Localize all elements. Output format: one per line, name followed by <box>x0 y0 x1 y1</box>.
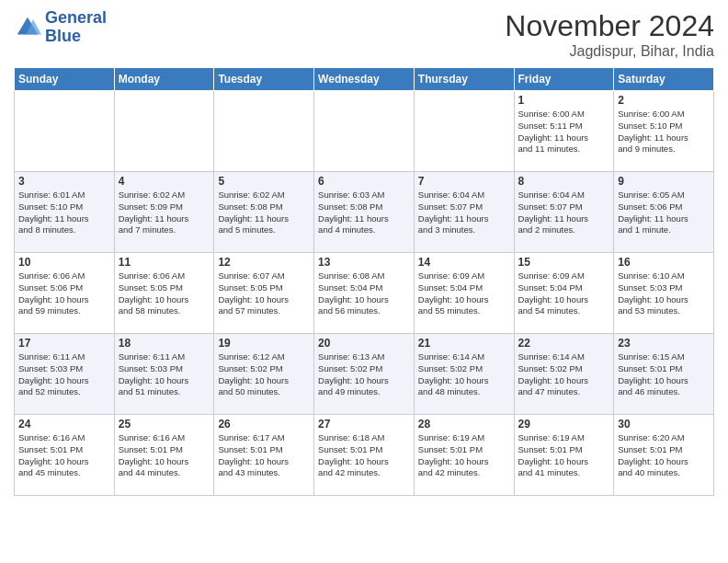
calendar-week: 17Sunrise: 6:11 AM Sunset: 5:03 PM Dayli… <box>15 334 714 415</box>
day-number: 19 <box>218 337 310 350</box>
day-info: Sunrise: 6:19 AM Sunset: 5:01 PM Dayligh… <box>418 432 510 479</box>
calendar-cell: 11Sunrise: 6:06 AM Sunset: 5:05 PM Dayli… <box>114 253 214 334</box>
day-number: 1 <box>518 94 610 107</box>
calendar-cell: 26Sunrise: 6:17 AM Sunset: 5:01 PM Dayli… <box>214 415 314 496</box>
calendar-cell: 18Sunrise: 6:11 AM Sunset: 5:03 PM Dayli… <box>114 334 214 415</box>
day-number: 30 <box>618 418 710 431</box>
day-info: Sunrise: 6:04 AM Sunset: 5:07 PM Dayligh… <box>518 190 610 236</box>
calendar-cell: 3Sunrise: 6:01 AM Sunset: 5:10 PM Daylig… <box>15 172 115 253</box>
day-info: Sunrise: 6:15 AM Sunset: 5:01 PM Dayligh… <box>618 351 710 398</box>
day-info: Sunrise: 6:20 AM Sunset: 5:01 PM Dayligh… <box>618 432 710 479</box>
day-number: 11 <box>119 256 210 269</box>
day-number: 10 <box>18 256 110 269</box>
calendar-cell: 2Sunrise: 6:00 AM Sunset: 5:10 PM Daylig… <box>614 91 714 172</box>
calendar-cell: 15Sunrise: 6:09 AM Sunset: 5:04 PM Dayli… <box>514 253 614 334</box>
location: Jagdispur, Bihar, India <box>505 43 714 60</box>
calendar-cell: 17Sunrise: 6:11 AM Sunset: 5:03 PM Dayli… <box>15 334 115 415</box>
day-info: Sunrise: 6:16 AM Sunset: 5:01 PM Dayligh… <box>18 432 110 479</box>
day-info: Sunrise: 6:19 AM Sunset: 5:01 PM Dayligh… <box>518 432 610 479</box>
day-info: Sunrise: 6:09 AM Sunset: 5:04 PM Dayligh… <box>418 270 510 317</box>
day-info: Sunrise: 6:17 AM Sunset: 5:01 PM Dayligh… <box>218 432 310 479</box>
day-number: 7 <box>418 175 510 188</box>
logo: General Blue <box>14 9 107 46</box>
day-number: 16 <box>618 256 710 269</box>
day-number: 18 <box>119 337 210 350</box>
day-info: Sunrise: 6:09 AM Sunset: 5:04 PM Dayligh… <box>518 270 610 317</box>
header: General Blue November 2024 Jagdispur, Bi… <box>14 9 714 60</box>
day-info: Sunrise: 6:10 AM Sunset: 5:03 PM Dayligh… <box>618 270 710 317</box>
day-info: Sunrise: 6:00 AM Sunset: 5:10 PM Dayligh… <box>618 109 710 155</box>
day-info: Sunrise: 6:14 AM Sunset: 5:02 PM Dayligh… <box>418 351 510 398</box>
day-number: 9 <box>618 175 710 188</box>
day-number: 6 <box>318 175 410 188</box>
day-number: 8 <box>518 175 610 188</box>
day-info: Sunrise: 6:05 AM Sunset: 5:06 PM Dayligh… <box>618 190 710 236</box>
calendar-cell: 1Sunrise: 6:00 AM Sunset: 5:11 PM Daylig… <box>514 91 614 172</box>
calendar-cell: 20Sunrise: 6:13 AM Sunset: 5:02 PM Dayli… <box>314 334 415 415</box>
calendar-cell: 10Sunrise: 6:06 AM Sunset: 5:06 PM Dayli… <box>15 253 115 334</box>
calendar-cell: 9Sunrise: 6:05 AM Sunset: 5:06 PM Daylig… <box>614 172 714 253</box>
weekday-row: SundayMondayTuesdayWednesdayThursdayFrid… <box>15 68 714 91</box>
weekday-header: Wednesday <box>314 68 415 91</box>
day-info: Sunrise: 6:01 AM Sunset: 5:10 PM Dayligh… <box>18 190 110 236</box>
day-number: 4 <box>119 175 210 188</box>
day-number: 24 <box>18 418 110 431</box>
logo-icon <box>14 14 41 41</box>
weekday-header: Sunday <box>15 68 115 91</box>
weekday-header: Saturday <box>614 68 714 91</box>
calendar-cell: 28Sunrise: 6:19 AM Sunset: 5:01 PM Dayli… <box>414 415 514 496</box>
day-info: Sunrise: 6:14 AM Sunset: 5:02 PM Dayligh… <box>518 351 610 398</box>
day-number: 3 <box>18 175 110 188</box>
calendar-cell: 14Sunrise: 6:09 AM Sunset: 5:04 PM Dayli… <box>414 253 514 334</box>
day-info: Sunrise: 6:11 AM Sunset: 5:03 PM Dayligh… <box>18 351 110 398</box>
day-info: Sunrise: 6:02 AM Sunset: 5:09 PM Dayligh… <box>119 190 210 236</box>
page: General Blue November 2024 Jagdispur, Bi… <box>0 0 728 563</box>
day-number: 5 <box>218 175 310 188</box>
calendar-cell: 22Sunrise: 6:14 AM Sunset: 5:02 PM Dayli… <box>514 334 614 415</box>
day-info: Sunrise: 6:00 AM Sunset: 5:11 PM Dayligh… <box>518 109 610 155</box>
day-number: 17 <box>18 337 110 350</box>
calendar-cell: 27Sunrise: 6:18 AM Sunset: 5:01 PM Dayli… <box>314 415 415 496</box>
calendar-cell: 29Sunrise: 6:19 AM Sunset: 5:01 PM Dayli… <box>514 415 614 496</box>
day-info: Sunrise: 6:02 AM Sunset: 5:08 PM Dayligh… <box>218 190 310 236</box>
logo-text: General Blue <box>45 9 107 46</box>
calendar-cell: 6Sunrise: 6:03 AM Sunset: 5:08 PM Daylig… <box>314 172 415 253</box>
calendar-header: SundayMondayTuesdayWednesdayThursdayFrid… <box>15 68 714 91</box>
weekday-header: Monday <box>114 68 214 91</box>
day-info: Sunrise: 6:04 AM Sunset: 5:07 PM Dayligh… <box>418 190 510 236</box>
day-number: 2 <box>618 94 710 107</box>
day-info: Sunrise: 6:11 AM Sunset: 5:03 PM Dayligh… <box>119 351 210 398</box>
calendar-cell <box>15 91 115 172</box>
day-number: 25 <box>119 418 210 431</box>
calendar-cell: 25Sunrise: 6:16 AM Sunset: 5:01 PM Dayli… <box>114 415 214 496</box>
day-number: 29 <box>518 418 610 431</box>
calendar-cell <box>114 91 214 172</box>
day-info: Sunrise: 6:16 AM Sunset: 5:01 PM Dayligh… <box>119 432 210 479</box>
day-number: 20 <box>318 337 410 350</box>
calendar-cell: 23Sunrise: 6:15 AM Sunset: 5:01 PM Dayli… <box>614 334 714 415</box>
day-number: 14 <box>418 256 510 269</box>
calendar-cell: 5Sunrise: 6:02 AM Sunset: 5:08 PM Daylig… <box>214 172 314 253</box>
day-info: Sunrise: 6:18 AM Sunset: 5:01 PM Dayligh… <box>318 432 410 479</box>
day-info: Sunrise: 6:03 AM Sunset: 5:08 PM Dayligh… <box>318 190 410 236</box>
calendar-cell: 12Sunrise: 6:07 AM Sunset: 5:05 PM Dayli… <box>214 253 314 334</box>
day-number: 21 <box>418 337 510 350</box>
day-info: Sunrise: 6:06 AM Sunset: 5:06 PM Dayligh… <box>18 270 110 317</box>
calendar-cell: 7Sunrise: 6:04 AM Sunset: 5:07 PM Daylig… <box>414 172 514 253</box>
calendar-week: 3Sunrise: 6:01 AM Sunset: 5:10 PM Daylig… <box>15 172 714 253</box>
day-number: 13 <box>318 256 410 269</box>
calendar-cell: 16Sunrise: 6:10 AM Sunset: 5:03 PM Dayli… <box>614 253 714 334</box>
calendar-cell <box>314 91 415 172</box>
calendar-week: 10Sunrise: 6:06 AM Sunset: 5:06 PM Dayli… <box>15 253 714 334</box>
weekday-header: Tuesday <box>214 68 314 91</box>
calendar-cell: 8Sunrise: 6:04 AM Sunset: 5:07 PM Daylig… <box>514 172 614 253</box>
calendar-cell: 30Sunrise: 6:20 AM Sunset: 5:01 PM Dayli… <box>614 415 714 496</box>
day-number: 26 <box>218 418 310 431</box>
calendar-cell: 13Sunrise: 6:08 AM Sunset: 5:04 PM Dayli… <box>314 253 415 334</box>
day-info: Sunrise: 6:06 AM Sunset: 5:05 PM Dayligh… <box>119 270 210 317</box>
day-number: 12 <box>218 256 310 269</box>
calendar-body: 1Sunrise: 6:00 AM Sunset: 5:11 PM Daylig… <box>15 91 714 496</box>
calendar: SundayMondayTuesdayWednesdayThursdayFrid… <box>14 67 714 496</box>
logo-line2: Blue <box>45 28 107 46</box>
weekday-header: Friday <box>514 68 614 91</box>
